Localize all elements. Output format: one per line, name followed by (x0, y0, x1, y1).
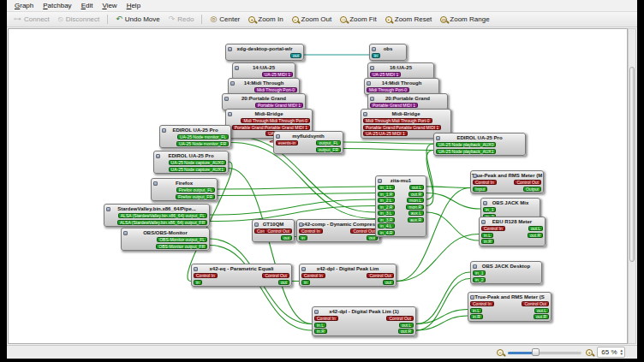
input-port-in_2[interactable]: in_2 (473, 277, 486, 282)
input-port-in[interactable]: in (194, 280, 202, 285)
output-port-out.R[interactable]: out.R (528, 233, 543, 238)
output-port-ALSA (StardewValley.bin.x86_64) output_FR[interactable]: ALSA (StardewValley.bin.x86_64) output_F… (117, 220, 207, 225)
output-port-Firefox output_FL[interactable]: Firefox output_FL (176, 187, 215, 193)
zoom-slider[interactable] (508, 348, 581, 357)
output-port-out.L[interactable]: out.L (409, 185, 424, 190)
input-port-Control In[interactable]: Control In (299, 228, 323, 234)
graph-node-portal[interactable]: xdg-desktop-portal-wlrout (225, 44, 304, 61)
input-port-in_1[interactable]: in_1 (483, 207, 496, 212)
zoom-out-button[interactable]: − Zoom Out (288, 14, 337, 25)
disconnect-button[interactable]: ⦸ Disconnect (54, 14, 104, 25)
output-port-UA-25 Node monitor_FL[interactable]: UA-25 Node monitor_FL (177, 134, 229, 139)
graph-node-mt_L[interactable]: 14:Midi ThroughMidi Through Port-0 (228, 78, 300, 95)
graph-node-x42dpl2[interactable]: x42-dpl - Digital Peak Lim (1)Control In… (312, 306, 416, 336)
input-port-in.L[interactable]: in.L (314, 323, 326, 328)
graph-node-ebur[interactable]: EBU R128 MeterControl Inin.Lin.Rout.Lout… (479, 217, 546, 246)
wire-x42dpl1:1-ebur:1[interactable] (397, 234, 479, 282)
input-port-in_3.R[interactable]: in_3.R (378, 217, 395, 223)
menu-view[interactable]: View (98, 1, 121, 10)
zoom-slider-handle[interactable] (532, 348, 540, 356)
graph-node-x42dpl1[interactable]: x42-dpl - Digital Peak LimControl IninCo… (299, 264, 397, 287)
input-port-in[interactable]: in (372, 53, 380, 58)
output-port-out.L[interactable]: out.L (534, 308, 549, 313)
graph-node-pg_R[interactable]: 20:Portable GrandPortable Grand MIDI 1 (367, 93, 448, 110)
input-port-in.R[interactable]: in.R (470, 314, 483, 319)
output-port-UA-25 MIDI 1[interactable]: UA-25 MIDI 1 (262, 72, 293, 77)
output-port-mon.R[interactable]: mon.R (406, 205, 424, 210)
input-port-UA-25 Node playback_AUX1[interactable]: UA-25 Node playback_AUX1 (436, 149, 496, 154)
output-port-UA-25 Node capture_AUX0[interactable]: UA-25 Node capture_AUX0 (169, 160, 226, 165)
output-port-Control Out[interactable]: Control Out (265, 228, 292, 234)
menu-patchbay[interactable]: Patchbay (39, 1, 75, 10)
zoom-spinbox-steppers[interactable]: ▲ ▼ (620, 349, 623, 355)
input-port-in.L[interactable]: in.L (470, 308, 482, 313)
graph-node-tpM[interactable]: True-Peak and RMS Meter (MControl InInpu… (470, 170, 544, 193)
zoom-out-slider-icon[interactable]: − (497, 349, 504, 356)
wire-shadow:0-zitamu1:2[interactable] (210, 199, 375, 215)
output-port-Portable Grand MIDI 1[interactable]: Portable Grand MIDI 1 (255, 103, 303, 108)
wire-firefox:0-zitamu1:0[interactable] (218, 187, 375, 189)
output-port-Control Out[interactable]: Control Out (367, 273, 394, 278)
input-port-Input[interactable]: Input (473, 187, 487, 192)
graph-node-gt10qm[interactable]: GT10QMControl InControl Outout (252, 219, 295, 242)
graph-node-ed_mon[interactable]: EDIROL UA-25 ProUA-25 Node monitor_FLUA-… (159, 125, 231, 148)
input-port-Control In[interactable]: Control In (470, 301, 494, 306)
input-port-in.R[interactable]: in.R (481, 239, 494, 244)
input-port-Midi Through:Midi Through Port-0[interactable]: Midi Through:Midi Through Port-0 (363, 118, 432, 123)
input-port-Portable Grand:Portable Grand MIDI 1[interactable]: Portable Grand:Portable Grand MIDI 1 (363, 125, 441, 130)
output-port-output_FL[interactable]: output_FL (316, 140, 341, 145)
undo-move-button[interactable]: ↶ Undo Move (111, 14, 164, 25)
patchbay-canvas[interactable]: xdg-desktop-portal-wlroutobsin14:UA-25UA… (8, 28, 628, 344)
input-port-in_4.L[interactable]: in_4.L (378, 223, 395, 228)
wire-zitamu1:4-ebur:2[interactable] (426, 212, 479, 240)
output-port-Control Out[interactable]: Control Out (386, 316, 414, 321)
graph-node-tpS[interactable]: True-Peak and RMS Meter (SControl Inin.L… (468, 292, 552, 322)
output-port-Control Out[interactable]: Control Out (514, 180, 541, 185)
wire-obsmon:1-x42dpl2:2[interactable] (210, 246, 312, 331)
output-port-out[interactable]: out (290, 53, 301, 58)
output-port-Control Out[interactable]: Control Out (262, 273, 289, 278)
wire-fluid:0-ed_play:0[interactable] (343, 142, 433, 144)
center-button[interactable]: ◎ Center (206, 14, 244, 25)
input-port-in_2.R[interactable]: in_2.R (378, 205, 395, 210)
graph-node-ua25_R[interactable]: 16:UA-25UA-25 MIDI 1 (367, 62, 434, 80)
wire-firefox:1-zitamu1:1[interactable] (218, 193, 375, 196)
redo-button[interactable]: ↷ Redo (164, 14, 199, 25)
output-port-Firefox output_FR[interactable]: Firefox output_FR (176, 194, 215, 199)
input-port-in_1.L[interactable]: in_1.L (378, 185, 395, 190)
graph-node-shadow[interactable]: StardewValley.bin.x86_64/Pipe...ALSA (St… (104, 204, 210, 227)
output-port-OBS-Monitor output_FR[interactable]: OBS-Monitor output_FR (156, 244, 207, 249)
input-port-Control In[interactable]: Control In (314, 316, 338, 321)
zoom-in-slider-icon[interactable]: + (586, 349, 593, 356)
input-port-in[interactable]: in (299, 235, 307, 240)
output-port-out.R[interactable]: out.R (408, 192, 424, 197)
output-port-Midi Through Port-0[interactable]: Midi Through Port-0 (254, 87, 297, 92)
output-port-out[interactable]: out (383, 280, 394, 285)
input-port-Control In[interactable]: Control In (301, 273, 325, 278)
zoom-in-button[interactable]: + Zoom In (244, 14, 287, 25)
vertical-scrollbar[interactable] (628, 28, 636, 344)
wire-fluid:1-ed_play:1[interactable] (343, 149, 433, 151)
graph-node-mt_R[interactable]: 14:Midi ThroughMidi Through Port-0 (364, 78, 439, 95)
output-port-out[interactable]: out (281, 235, 292, 240)
vertical-scrollbar-thumb[interactable] (629, 67, 635, 262)
zoom-spinbox[interactable]: 65 % ▲ ▼ (597, 347, 625, 358)
output-port-ALSA (StardewValley.bin.x86_64) output_FL[interactable]: ALSA (StardewValley.bin.x86_64) output_F… (118, 213, 207, 218)
output-port-out.R[interactable]: out.R (534, 314, 549, 319)
input-port-in.L[interactable]: in.L (481, 233, 493, 238)
output-port-Portable Grand:Portable Grand MIDI 1[interactable]: Portable Grand:Portable Grand MIDI 1 (232, 125, 310, 130)
output-port-out.L[interactable]: out.L (399, 323, 414, 328)
stepper-down-icon[interactable]: ▼ (620, 353, 623, 356)
graph-node-x42comp[interactable]: x42-comp - Dynamic CompresControl IninCo… (296, 219, 380, 242)
input-port-Control In[interactable]: Control In (473, 180, 497, 185)
zoom-range-button[interactable]: ▭ Zoom Range (436, 14, 493, 25)
graph-node-pg_L[interactable]: 20:Portable GrandPortable Grand MIDI 1 (222, 93, 306, 110)
output-port-Midi Through:Midi Through Port-0[interactable]: Midi Through:Midi Through Port-0 (241, 118, 310, 123)
output-port-output_FR[interactable]: output_FR (316, 147, 341, 152)
input-port-in[interactable]: in (301, 280, 310, 285)
input-port-in.R[interactable]: in.R (314, 329, 327, 334)
input-port-Control In[interactable]: Control In (194, 273, 218, 278)
output-port-OBS-Monitor output_FL[interactable]: OBS-Monitor output_FL (157, 237, 207, 242)
input-port-UA-25 Node playback_AUX0[interactable]: UA-25 Node playback_AUX0 (436, 142, 496, 147)
graph-node-ua25_L[interactable]: 14:UA-25UA-25 MIDI 1 (232, 62, 295, 80)
